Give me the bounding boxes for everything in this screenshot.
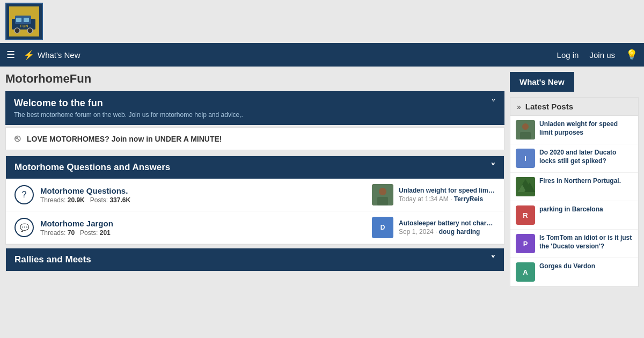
jargon-name[interactable]: Motorhome Jargon <box>40 219 365 228</box>
svg-rect-5 <box>24 18 29 22</box>
whats-new-nav-item[interactable]: ⚡ What's New <box>24 50 80 60</box>
welcome-section: Welcome to the fun The best motorhome fo… <box>5 91 504 125</box>
nav-left: ☰ ⚡ What's New <box>6 49 80 61</box>
right-sidebar: What's New » Latest Posts Unladen weight… <box>510 72 639 287</box>
banner-text: LOVE MOTORHOMES? Join now in UNDER A MIN… <box>27 135 222 143</box>
whats-new-nav-label: What's New <box>38 50 80 60</box>
sidebar-post-title-3[interactable]: Fires in Northern Portugal. <box>539 177 621 186</box>
jargon-latest-meta: Sep 1, 2024 · doug harding <box>399 228 495 236</box>
sidebar-post-title-5[interactable]: Is TomTom an idiot or is it just the 'Du… <box>539 234 633 251</box>
jargon-stats: Threads: 70 Posts: 201 <box>40 229 365 237</box>
site-logo[interactable]: FUN <box>5 3 43 40</box>
questions-icon: ? <box>14 185 34 204</box>
sidebar-post-title-1[interactable]: Unladen weight for speed limit purposes <box>539 120 633 137</box>
sidebar-post-title-4[interactable]: parking in Barcelona <box>539 205 603 214</box>
rallies-header[interactable]: Rallies and Meets ˅ <box>6 248 504 271</box>
nav-bar: ☰ ⚡ What's New Log in Join us 💡 <box>0 43 644 67</box>
questions-latest-author[interactable]: TerryReis <box>454 195 483 203</box>
sidebar-avatar-2: I <box>516 149 535 168</box>
mqa-collapse-icon: ˅ <box>491 161 495 173</box>
forum-section-rallies: Rallies and Meets ˅ <box>5 248 504 271</box>
mqa-header[interactable]: Motorhome Questions and Answers ˅ <box>6 156 504 179</box>
latest-posts-header: » Latest Posts <box>510 98 638 116</box>
latest-posts-panel: » Latest Posts Unladen weight for speed … <box>510 97 639 287</box>
banner-icon: ⎋ <box>14 133 20 144</box>
hamburger-icon[interactable]: ☰ <box>6 49 15 61</box>
top-bar: FUN <box>0 0 644 43</box>
svg-point-8 <box>379 188 386 195</box>
svg-text:FUN: FUN <box>20 24 28 28</box>
sidebar-post-title-6[interactable]: Gorges du Verdon <box>539 262 595 271</box>
questions-latest-avatar <box>372 184 393 205</box>
forum-row-questions: ? Motorhome Questions. Threads: 20.9K Po… <box>6 179 504 211</box>
join-link[interactable]: Join us <box>589 50 615 60</box>
sidebar-post-6: A Gorges du Verdon <box>510 258 638 286</box>
welcome-heading: Welcome to the fun <box>14 98 243 109</box>
jargon-latest-avatar: D <box>372 217 393 238</box>
svg-point-3 <box>27 28 33 33</box>
sidebar-avatar-6: A <box>516 262 535 282</box>
questions-thread-count: 20.9K <box>68 196 85 204</box>
sidebar-avatar-4: R <box>516 205 535 225</box>
jargon-latest-info: Autosleeper battery not chargin... Sep 1… <box>399 219 495 236</box>
svg-rect-12 <box>520 132 531 139</box>
questions-latest-meta: Today at 1:34 AM · TerryReis <box>399 195 495 203</box>
sidebar-avatar-5: P <box>516 234 535 253</box>
sidebar-avatar-3 <box>516 177 535 196</box>
sidebar-post-2: I Do 2020 and later Ducato locks still g… <box>510 144 638 173</box>
logo-inner: FUN <box>9 6 39 36</box>
jargon-latest: D Autosleeper battery not chargin... Sep… <box>372 217 495 238</box>
questions-post-count: 337.6K <box>109 196 130 204</box>
questions-stats: Threads: 20.9K Posts: 337.6K <box>40 196 365 204</box>
mqa-title: Motorhome Questions and Answers <box>14 162 170 173</box>
login-link[interactable]: Log in <box>557 50 579 60</box>
forum-section-mqa: Motorhome Questions and Answers ˅ ? Moto… <box>5 156 504 245</box>
sidebar-avatar-1 <box>516 120 535 139</box>
welcome-subtext: The best motorhome forum on the web. Joi… <box>14 111 243 119</box>
sidebar-post-5: P Is TomTom an idiot or is it just the '… <box>510 230 638 258</box>
questions-latest-title[interactable]: Unladen weight for speed limit ... <box>399 187 495 194</box>
sidebar-post-title-2[interactable]: Do 2020 and later Ducato locks still get… <box>539 149 633 165</box>
jargon-icon: 💬 <box>14 218 34 237</box>
jargon-latest-title[interactable]: Autosleeper battery not chargin... <box>399 219 495 227</box>
forum-row-jargon: 💬 Motorhome Jargon Threads: 70 Posts: 20… <box>6 211 504 244</box>
left-column: MotorhomeFun Welcome to the fun The best… <box>5 72 504 287</box>
questions-info: Motorhome Questions. Threads: 20.9K Post… <box>40 186 365 204</box>
welcome-collapse-icon[interactable]: ˅ <box>491 98 496 109</box>
svg-point-11 <box>522 123 529 130</box>
jargon-thread-count: 70 <box>68 229 75 237</box>
banner[interactable]: ⎋ LOVE MOTORHOMES? Join now in UNDER A M… <box>5 127 504 150</box>
nav-right: Log in Join us 💡 <box>557 49 638 61</box>
sidebar-post-4: R parking in Barcelona <box>510 201 638 230</box>
jargon-latest-author[interactable]: doug harding <box>439 228 480 236</box>
questions-latest-info: Unladen weight for speed limit ... Today… <box>399 187 495 203</box>
double-arrow-icon: » <box>517 102 521 111</box>
sidebar-post-3: Fires in Northern Portugal. <box>510 173 638 201</box>
search-icon[interactable]: 💡 <box>626 49 638 61</box>
questions-name[interactable]: Motorhome Questions. <box>40 186 365 195</box>
rallies-collapse-icon: ˅ <box>491 254 495 266</box>
latest-posts-title: Latest Posts <box>525 102 573 111</box>
page-title: MotorhomeFun <box>5 72 504 86</box>
whats-new-button[interactable]: What's New <box>510 72 574 92</box>
jargon-info: Motorhome Jargon Threads: 70 Posts: 201 <box>40 219 365 237</box>
svg-point-2 <box>14 28 20 33</box>
svg-rect-4 <box>16 18 21 22</box>
rallies-title: Rallies and Meets <box>14 254 91 265</box>
welcome-text: Welcome to the fun The best motorhome fo… <box>14 98 243 119</box>
jargon-post-count: 201 <box>100 229 111 237</box>
sidebar-post-1: Unladen weight for speed limit purposes <box>510 116 638 144</box>
questions-latest: Unladen weight for speed limit ... Today… <box>372 184 495 205</box>
lightning-icon: ⚡ <box>24 50 34 60</box>
main-content: MotorhomeFun Welcome to the fun The best… <box>0 67 644 287</box>
svg-rect-9 <box>377 197 388 205</box>
